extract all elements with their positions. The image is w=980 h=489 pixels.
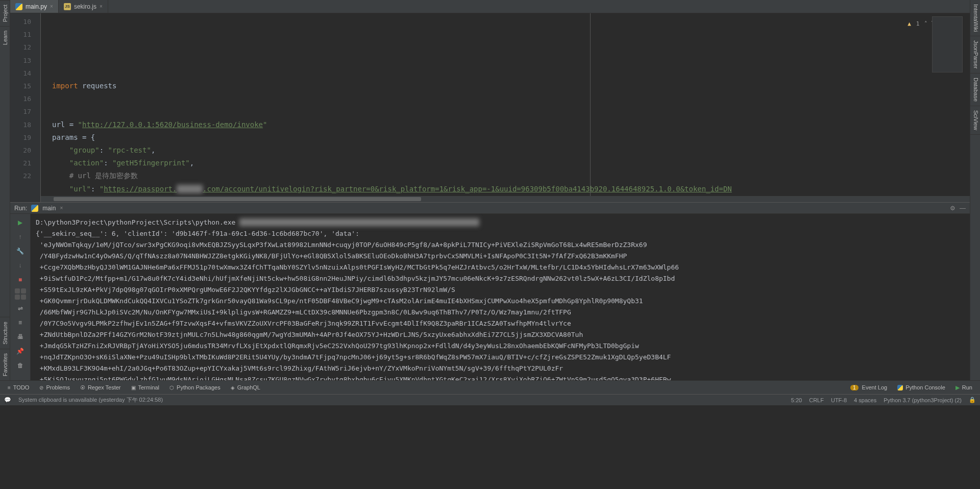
close-icon[interactable]: × xyxy=(100,4,103,9)
soft-wrap-button[interactable]: ⇌ xyxy=(14,303,27,314)
warning-count: 1 xyxy=(916,17,920,30)
left-tool-sidebar: Project Learn Structure Favorites xyxy=(0,0,10,380)
stop-button[interactable]: ■ xyxy=(14,274,27,285)
horizontal-scrollbar[interactable] xyxy=(41,196,970,202)
tool-graphql[interactable]: ◈GraphQL xyxy=(226,381,265,394)
run-config-name: main xyxy=(42,205,56,212)
edit-config-button[interactable]: 🔧 xyxy=(14,246,27,257)
tool-problems[interactable]: ⊘Problems xyxy=(35,381,74,394)
bottom-tool-bar: ≡TODO ⊘Problems ⦿Regex Tester ▣Terminal … xyxy=(0,380,980,394)
status-bar: 💬 System clipboard is unavailable (yeste… xyxy=(0,394,980,405)
python-interpreter[interactable]: Python 3.7 (python3Project) (2) xyxy=(884,397,962,403)
close-tab-icon[interactable]: × xyxy=(60,205,63,211)
tool-wiki[interactable]: IntentaWiki xyxy=(970,0,980,36)
scrollbar-thumb[interactable] xyxy=(54,197,421,201)
indent-settings[interactable]: 4 spaces xyxy=(854,397,876,403)
tool-run[interactable]: ▶Run xyxy=(951,381,977,394)
right-margin-guide xyxy=(590,13,591,202)
editor-area: 10111213141516171819202122 ▲ 1 ˄ ˅ impor… xyxy=(10,13,970,202)
layout-button[interactable] xyxy=(14,288,27,300)
tool-python-packages[interactable]: ⬡Python Packages xyxy=(165,381,225,394)
tab-main-py[interactable]: main.py × xyxy=(10,0,59,13)
run-header: Run: main × ⚙ — xyxy=(10,203,970,214)
tool-structure[interactable]: Structure xyxy=(0,317,10,349)
editor-gutter: 10111213141516171819202122 xyxy=(10,13,41,202)
tool-favorites[interactable]: Favorites xyxy=(0,349,10,380)
js-icon: JS xyxy=(64,3,71,10)
python-icon xyxy=(31,205,38,212)
up-arrow-icon[interactable]: ↑ xyxy=(14,231,27,242)
inspection-indicators[interactable]: ▲ 1 ˄ ˅ xyxy=(908,17,934,30)
tab-label: main.py xyxy=(26,3,47,10)
tab-label: sekiro.js xyxy=(74,3,96,10)
tool-jsonparser[interactable]: JsonParser xyxy=(970,36,980,74)
python-icon xyxy=(897,385,903,390)
scroll-to-end-button[interactable]: ≡ xyxy=(14,317,27,328)
tool-event-log[interactable]: 1Event Log xyxy=(846,381,892,394)
python-icon xyxy=(15,3,22,10)
tool-database[interactable]: Database xyxy=(970,74,980,106)
tool-todo[interactable]: ≡TODO xyxy=(3,381,34,394)
down-arrow-icon[interactable]: ↓ xyxy=(14,260,27,271)
rerun-button[interactable]: ▶ xyxy=(14,217,27,228)
minimize-icon[interactable]: — xyxy=(960,205,966,212)
tool-project[interactable]: Project xyxy=(0,0,10,26)
status-message: System clipboard is unavailable (yesterd… xyxy=(18,396,163,404)
tab-sekiro-js[interactable]: JS sekiro.js × xyxy=(59,0,108,13)
file-encoding[interactable]: UTF-8 xyxy=(831,397,847,403)
tool-regex[interactable]: ⦿Regex Tester xyxy=(76,381,126,394)
tool-python-console[interactable]: Python Console xyxy=(893,381,950,394)
code-editor[interactable]: ▲ 1 ˄ ˅ import requestsurl = "http://127… xyxy=(41,13,970,202)
tool-learn[interactable]: Learn xyxy=(0,26,10,49)
right-tool-sidebar: IntentaWiki JsonParser Database SciView xyxy=(970,0,980,380)
tool-sciview[interactable]: SciView xyxy=(970,106,980,135)
close-icon[interactable]: × xyxy=(50,4,53,9)
tool-terminal[interactable]: ▣Terminal xyxy=(127,381,164,394)
run-label: Run: xyxy=(14,205,27,212)
console-output[interactable]: D:\python3Project\pythonProject\Scripts\… xyxy=(31,214,970,380)
readonly-lock-icon[interactable]: 🔒 xyxy=(969,397,976,403)
print-button[interactable]: 🖶 xyxy=(14,331,27,343)
run-tool-window: Run: main × ⚙ — ▶ ↑ 🔧 ↓ ■ ⇌ ≡ 🖶 📌 🗑 D:\p… xyxy=(10,202,970,380)
pin-button[interactable]: 📌 xyxy=(14,346,27,357)
run-toolbar: ▶ ↑ 🔧 ↓ ■ ⇌ ≡ 🖶 📌 🗑 xyxy=(10,214,31,380)
gear-icon[interactable]: ⚙ xyxy=(950,205,955,212)
notification-icon[interactable]: 💬 xyxy=(4,397,11,403)
line-ending[interactable]: CRLF xyxy=(809,397,824,403)
editor-tabs-bar: main.py × JS sekiro.js × xyxy=(10,0,970,13)
warning-icon: ▲ xyxy=(908,17,911,30)
clear-button[interactable]: 🗑 xyxy=(14,360,27,371)
cursor-position[interactable]: 5:20 xyxy=(791,397,802,403)
code-minimap[interactable] xyxy=(932,16,963,72)
